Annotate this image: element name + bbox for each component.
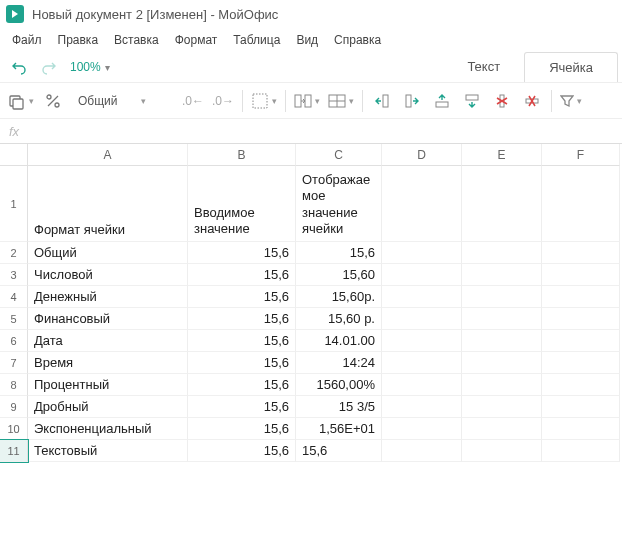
cell-B5[interactable]: 15,6 [188,308,296,330]
delete-column-button[interactable] [487,86,517,116]
col-header-F[interactable]: F [542,144,620,166]
redo-button[interactable] [34,52,64,82]
cell-F4[interactable] [542,286,620,308]
col-header-A[interactable]: A [28,144,188,166]
zoom-control[interactable]: 100% ▾ [64,60,116,74]
cell-A3[interactable]: Числовой [28,264,188,286]
menu-edit[interactable]: Правка [50,28,107,52]
col-header-C[interactable]: C [296,144,382,166]
cell-C7[interactable]: 14:24 [296,352,382,374]
cell-A5[interactable]: Финансовый [28,308,188,330]
cell-A10[interactable]: Экспоненциальный [28,418,188,440]
cell-C10[interactable]: 1,56E+01 [296,418,382,440]
row-header-7[interactable]: 7 [0,352,28,374]
cell-F1[interactable] [542,166,620,242]
insert-row-below-button[interactable] [457,86,487,116]
cell-B1[interactable]: Вводимое значение [188,166,296,242]
cell-E10[interactable] [462,418,542,440]
cell-B4[interactable]: 15,6 [188,286,296,308]
cell-D4[interactable] [382,286,462,308]
insert-column-left-button[interactable] [367,86,397,116]
cell-A2[interactable]: Общий [28,242,188,264]
cell-E8[interactable] [462,374,542,396]
cell-A1[interactable]: Формат ячейки [28,166,188,242]
menu-format[interactable]: Формат [167,28,226,52]
cell-D6[interactable] [382,330,462,352]
decrease-decimal-button[interactable]: .0→ [208,86,238,116]
cell-E7[interactable] [462,352,542,374]
increase-decimal-button[interactable]: .0← [178,86,208,116]
cell-B10[interactable]: 15,6 [188,418,296,440]
row-header-11[interactable]: 11 [0,440,28,462]
menu-table[interactable]: Таблица [225,28,288,52]
cell-A6[interactable]: Дата [28,330,188,352]
cell-D5[interactable] [382,308,462,330]
row-header-4[interactable]: 4 [0,286,28,308]
cell-B7[interactable]: 15,6 [188,352,296,374]
col-header-E[interactable]: E [462,144,542,166]
cell-E2[interactable] [462,242,542,264]
row-header-1[interactable]: 1 [0,166,28,242]
cell-B3[interactable]: 15,6 [188,264,296,286]
cell-A11[interactable]: Текстовый [28,440,188,462]
insert-row-above-button[interactable] [427,86,457,116]
percent-format-button[interactable] [38,86,68,116]
cell-B11[interactable]: 15,6 [188,440,296,462]
cell-size-button[interactable]: ▾ [324,86,358,116]
cell-C8[interactable]: 1560,00% [296,374,382,396]
cell-A4[interactable]: Денежный [28,286,188,308]
cell-B8[interactable]: 15,6 [188,374,296,396]
cell-C5[interactable]: 15,60 р. [296,308,382,330]
menu-insert[interactable]: Вставка [106,28,167,52]
formula-input[interactable] [28,119,622,143]
cell-D2[interactable] [382,242,462,264]
cell-C9[interactable]: 15 3/5 [296,396,382,418]
cell-A9[interactable]: Дробный [28,396,188,418]
cell-B9[interactable]: 15,6 [188,396,296,418]
spreadsheet-grid[interactable]: A B C D E F 1 Формат ячейки Вводимое зна… [0,144,622,462]
row-header-3[interactable]: 3 [0,264,28,286]
cell-F3[interactable] [542,264,620,286]
cell-C2[interactable]: 15,6 [296,242,382,264]
borders-button[interactable]: ▾ [247,86,281,116]
row-header-10[interactable]: 10 [0,418,28,440]
cell-E5[interactable] [462,308,542,330]
cell-D10[interactable] [382,418,462,440]
cell-D7[interactable] [382,352,462,374]
cell-D3[interactable] [382,264,462,286]
cell-A7[interactable]: Время [28,352,188,374]
col-header-D[interactable]: D [382,144,462,166]
cell-F8[interactable] [542,374,620,396]
cell-B2[interactable]: 15,6 [188,242,296,264]
row-header-8[interactable]: 8 [0,374,28,396]
cell-F2[interactable] [542,242,620,264]
fx-label[interactable]: fx [0,124,28,139]
insert-column-right-button[interactable] [397,86,427,116]
tab-text[interactable]: Текст [443,52,524,82]
cell-D8[interactable] [382,374,462,396]
row-header-9[interactable]: 9 [0,396,28,418]
number-format-dropdown[interactable]: Общий ▾ [68,86,178,116]
cell-F5[interactable] [542,308,620,330]
cell-E9[interactable] [462,396,542,418]
cell-F9[interactable] [542,396,620,418]
cell-E6[interactable] [462,330,542,352]
cell-F10[interactable] [542,418,620,440]
cell-F11[interactable] [542,440,620,462]
cell-C6[interactable]: 14.01.00 [296,330,382,352]
currency-format-button[interactable]: ▾ [4,86,38,116]
row-header-6[interactable]: 6 [0,330,28,352]
delete-row-button[interactable] [517,86,547,116]
cell-B6[interactable]: 15,6 [188,330,296,352]
cell-E4[interactable] [462,286,542,308]
tab-cell[interactable]: Ячейка [524,52,618,82]
col-header-B[interactable]: B [188,144,296,166]
cell-C1[interactable]: Отображаемое значение ячейки [296,166,382,242]
cell-D1[interactable] [382,166,462,242]
menu-file[interactable]: Файл [4,28,50,52]
cell-C3[interactable]: 15,60 [296,264,382,286]
merge-cells-button[interactable]: ▾ [290,86,324,116]
cell-E3[interactable] [462,264,542,286]
row-header-2[interactable]: 2 [0,242,28,264]
menu-help[interactable]: Справка [326,28,389,52]
